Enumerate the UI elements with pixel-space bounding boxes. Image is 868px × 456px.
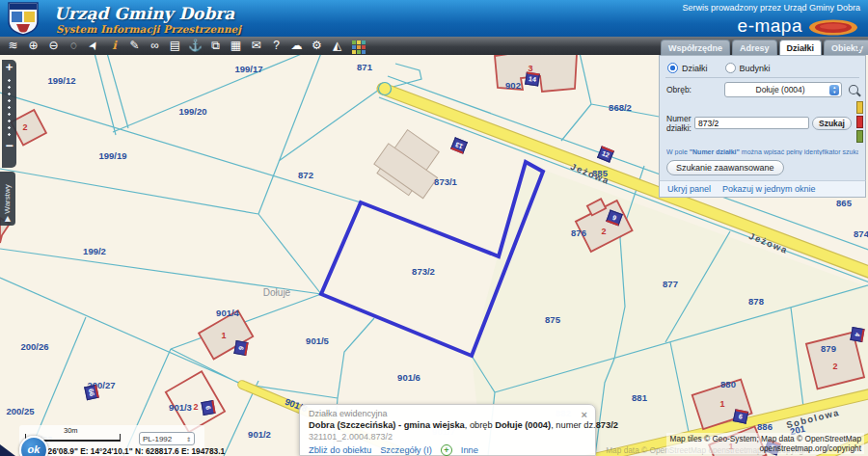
crs-value: PL-1992 xyxy=(143,435,172,443)
toolbar-icon-cloud[interactable]: ☁ xyxy=(289,38,304,54)
toolbar-icon-zoom-out[interactable]: ⊖ xyxy=(46,38,61,54)
toolbar-icon-select-area[interactable]: ◌ xyxy=(67,38,81,54)
toolbar-icon-info[interactable]: i xyxy=(107,38,122,54)
layers-side-tab[interactable]: ▶ Warstwy xyxy=(0,172,15,226)
app-title: Urząd Gminy Dobra xyxy=(54,4,234,23)
toolbar-icon-legend[interactable] xyxy=(352,40,356,44)
add-plus-icon[interactable]: + xyxy=(441,444,452,456)
geoportal-logo-wing xyxy=(0,444,15,456)
toolbar-icon-settings[interactable]: ⚙ xyxy=(310,38,324,54)
zoom-track[interactable] xyxy=(8,77,11,137)
panel-tab-dzialki[interactable]: Działki xyxy=(779,40,823,55)
service-note: Serwis prowadzony przez Urząd Gminy Dobr… xyxy=(682,3,860,13)
app-subtitle: System Informacji Przestrzennej xyxy=(56,23,241,35)
crs-stepper-icon: ⇕ xyxy=(186,436,191,443)
attribution-line: Map tiles © Geo-System; Map data © OpenS… xyxy=(669,434,861,443)
toolbar-icon-zoom-in[interactable]: ⊕ xyxy=(26,38,41,54)
panel-tab-adresy[interactable]: Adresy xyxy=(732,40,777,55)
address-marker[interactable]: 6 xyxy=(606,209,623,226)
zoom-out-button[interactable]: − xyxy=(2,140,16,151)
radio-dzialki[interactable] xyxy=(667,63,678,73)
geo-system-logo[interactable] xyxy=(808,19,858,36)
obreb-label: Obręb: xyxy=(666,85,721,94)
address-marker[interactable]: 6 xyxy=(733,409,748,424)
toolbar-icon-message[interactable]: ✉ xyxy=(249,38,263,54)
toolbar-icon-measure[interactable]: ✎ xyxy=(127,38,142,54)
toolbar-icon-help[interactable]: ? xyxy=(269,38,284,54)
help-text: W pole "Numer działki" można wpisać pełn… xyxy=(666,148,858,155)
panel-body: Działki Budynki Obręb: Dołuje (0004) Num… xyxy=(659,55,866,180)
other-link[interactable]: Inne xyxy=(461,445,478,455)
zoom-in-button[interactable]: + xyxy=(2,60,16,74)
radio-budynki-label: Budynki xyxy=(740,64,771,73)
panel-footer: Ukryj panel Pokazuj w jednym oknie xyxy=(659,180,866,198)
toolbar-icon-pointer[interactable]: ➤ xyxy=(83,36,104,56)
details-link[interactable]: Szczegóły (I) xyxy=(380,445,432,455)
search-lens-icon[interactable] xyxy=(849,85,858,94)
legend-swatch-yellow[interactable] xyxy=(856,101,863,114)
hide-panel-link[interactable]: Ukryj panel xyxy=(667,184,711,194)
parcel-number-input[interactable] xyxy=(694,117,809,129)
address-marker[interactable]: 4 xyxy=(850,327,864,342)
address-marker[interactable]: 6 xyxy=(201,400,215,416)
parcel-description: Dobra (Szczecińska) - gmina wiejska, obr… xyxy=(309,420,586,430)
divider xyxy=(665,77,859,78)
municipality-crest-logo[interactable] xyxy=(7,1,40,36)
radio-dzialki-label: Działki xyxy=(682,64,708,73)
popup-title: Działka ewidencyjna xyxy=(309,409,586,418)
coordinates-readout: N: 53°26'08.9" E: 14°24'10.1" N: 628817.… xyxy=(25,446,225,456)
toolbar-icon-download[interactable]: ⚓ xyxy=(188,38,203,54)
toolbar-icon-layers[interactable]: ≋ xyxy=(6,38,20,54)
advanced-search-button[interactable]: Szukanie zaawansowane xyxy=(666,160,784,175)
panel-tabs: WspółrzędneAdresyDziałkiObiekty xyxy=(659,40,866,55)
zoom-to-object-link[interactable]: Zbliż do obiektu xyxy=(309,445,371,455)
legend-swatch-green[interactable] xyxy=(856,130,863,143)
address-marker[interactable]: 12 xyxy=(597,146,614,162)
legend-swatches xyxy=(854,101,863,145)
map-attribution: Map tiles © Geo-System; Map data © OpenS… xyxy=(666,433,864,454)
parcel-number-label: Numer działki: xyxy=(666,114,692,133)
toolbar-icon-navigate[interactable]: ◭ xyxy=(330,38,344,54)
toolbar-icon-print[interactable]: ▤ xyxy=(168,38,182,54)
obreb-select-value: Dołuje (0004) xyxy=(731,85,829,94)
single-window-link[interactable]: Pokazuj w jednym oknie xyxy=(722,184,816,194)
search-panel: WspółrzędneAdresyDziałkiObiekty × Działk… xyxy=(659,40,866,198)
zoom-slider[interactable]: + − xyxy=(2,60,16,168)
address-marker[interactable]: 13 xyxy=(450,137,468,153)
panel-tab-wspolrzedne[interactable]: Współrzędne xyxy=(661,40,730,55)
radio-budynki[interactable] xyxy=(725,63,736,73)
emapa-brand[interactable]: e-mapa xyxy=(738,15,802,37)
address-marker[interactable]: 6 xyxy=(233,340,248,356)
legend-swatch-red[interactable] xyxy=(856,116,863,128)
panel-close-icon[interactable]: × xyxy=(856,41,862,53)
parcel-identifier: 321101_2.0004.873/2 xyxy=(309,432,586,442)
obreb-select[interactable]: Dołuje (0004) xyxy=(724,82,842,97)
szukaj-button[interactable]: Szukaj xyxy=(812,117,852,130)
address-marker[interactable]: 14 xyxy=(525,72,540,87)
osm-copyright-link[interactable]: openstreetmap.org/copyright xyxy=(669,443,861,453)
select-stepper-icon[interactable] xyxy=(829,85,839,95)
app-window: 199/12199/17199/20199/19199/287187290286… xyxy=(0,0,868,456)
popup-close-icon[interactable]: × xyxy=(582,409,587,420)
toolbar-icon-link[interactable]: ∞ xyxy=(148,38,162,54)
toolbar-icon-layout[interactable]: ▦ xyxy=(229,38,243,54)
toolbar-icon-copy-window[interactable]: ⧉ xyxy=(208,38,223,54)
parcel-info-popup: Działka ewidencyjna × Dobra (Szczecińska… xyxy=(299,404,596,456)
crs-select[interactable]: PL-1992 ⇕ xyxy=(139,432,195,445)
header-bar: Urząd Gminy Dobra System Informacji Prze… xyxy=(0,0,868,37)
address-marker[interactable]: 66 xyxy=(84,385,99,400)
layers-side-tab-label: ▶ Warstwy xyxy=(3,184,12,222)
